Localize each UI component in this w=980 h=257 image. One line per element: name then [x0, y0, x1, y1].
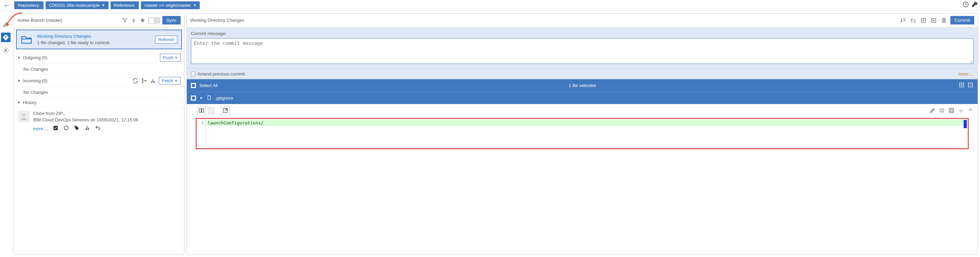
svg-point-8	[22, 114, 25, 117]
line-number: 1	[197, 119, 205, 148]
edit-icon[interactable]	[1, 20, 11, 29]
svg-rect-18	[202, 109, 204, 113]
cherry-pick-icon[interactable]	[84, 125, 90, 132]
right-panel: Working Directory Changes Commit Commit …	[186, 13, 978, 255]
stash-out-icon[interactable]	[930, 17, 937, 24]
stash-in-icon[interactable]	[920, 17, 927, 24]
topbar: ← Repository: CD0201-38a-nodesample ▼ Re…	[0, 0, 980, 11]
svg-point-7	[154, 82, 155, 82]
chevron-down-icon[interactable]: ▼	[18, 79, 21, 82]
checkbox-checked-icon[interactable]	[53, 125, 59, 132]
selected-count: 1 file selected	[569, 83, 596, 88]
right-title: Working Directory Changes	[190, 17, 897, 23]
amend-checkbox[interactable]	[191, 72, 195, 76]
compare-icon[interactable]	[939, 108, 945, 114]
stage-all-icon[interactable]	[899, 17, 907, 24]
side-by-side-icon[interactable]	[197, 107, 206, 115]
svg-rect-17	[199, 109, 201, 113]
wdc-title: Working Directory Changes	[37, 34, 150, 39]
added-line: launchConfigurations/	[205, 120, 968, 126]
git-icon[interactable]	[1, 33, 11, 42]
active-branch-label: Active Branch (master)	[18, 17, 119, 23]
working-dir-changes-card[interactable]: Working Directory Changes 1 file changed…	[16, 30, 182, 49]
tag-icon[interactable]	[74, 125, 80, 132]
chevron-down-icon[interactable]: ▼	[18, 56, 21, 59]
back-arrow-icon[interactable]: ←	[2, 1, 12, 10]
commit-dot-icon[interactable]	[130, 17, 137, 24]
rebase-icon[interactable]	[150, 78, 156, 84]
merge-icon[interactable]	[141, 78, 147, 84]
diff-minimap-cursor[interactable]	[964, 120, 967, 128]
refresh-button[interactable]: Refresh	[155, 36, 177, 43]
inline-icon[interactable]	[208, 107, 215, 114]
fetch-button[interactable]: Fetch▼	[159, 77, 181, 85]
folder-icon	[21, 35, 32, 44]
svg-point-2	[133, 19, 135, 21]
file-icon	[206, 95, 212, 101]
wrench-icon[interactable]	[971, 1, 978, 10]
file-checkbox[interactable]	[191, 95, 196, 101]
asterisk-icon[interactable]	[139, 17, 146, 24]
file-name: .gitignore	[215, 95, 233, 101]
push-button[interactable]: Push▼	[160, 54, 181, 62]
icon-rail	[0, 11, 11, 257]
ref-selector[interactable]: master => origin/master ▼	[141, 2, 200, 9]
edit-icon[interactable]	[929, 108, 935, 114]
expand-all-icon[interactable]	[959, 82, 965, 89]
svg-point-5	[145, 80, 146, 81]
select-all-checkbox[interactable]	[191, 83, 196, 88]
svg-point-22	[952, 109, 953, 110]
trash-icon[interactable]	[940, 17, 948, 24]
more-link[interactable]: more ...	[959, 71, 974, 76]
svg-rect-20	[950, 108, 953, 113]
revert-icon[interactable]	[95, 125, 101, 132]
svg-point-12	[88, 128, 89, 130]
file-row[interactable]: ▼ .gitignore	[187, 92, 978, 104]
refresh-icon[interactable]	[63, 125, 69, 132]
history-meta: IBM Cloud DevOps Services on 10/05/2021,…	[33, 117, 138, 122]
chevron-down-icon[interactable]: ▼	[18, 101, 21, 105]
ignore-whitespace-icon[interactable]	[948, 108, 955, 114]
svg-point-10	[76, 127, 76, 127]
ref-value-text: master => origin/master	[144, 3, 191, 8]
avatar-icon	[18, 111, 30, 122]
filter-icon[interactable]	[121, 17, 128, 24]
open-file-icon[interactable]	[221, 107, 230, 115]
svg-point-21	[950, 109, 951, 110]
chevron-down-icon[interactable]: ▼	[199, 96, 203, 100]
history-entry: Clone from ZIP... IBM Cloud DevOps Servi…	[14, 108, 184, 135]
prev-diff-icon[interactable]	[967, 108, 974, 114]
commit-button[interactable]: Commit	[950, 16, 974, 24]
repo-label: Repository:	[14, 2, 43, 9]
collapse-all-icon[interactable]	[967, 82, 974, 89]
next-diff-icon[interactable]	[958, 108, 964, 114]
amend-label: Amend previous commit	[197, 71, 245, 76]
repo-selector[interactable]: CD0201-38a-nodesample ▼	[46, 2, 108, 9]
repo-value-text: CD0201-38a-nodesample	[49, 3, 100, 8]
ref-label: Reference:	[111, 2, 139, 9]
clock-icon[interactable]	[962, 1, 969, 10]
unstage-all-icon[interactable]	[910, 17, 917, 24]
select-all-label: Select All	[199, 83, 218, 88]
svg-point-23	[950, 111, 951, 112]
gear-icon[interactable]	[1, 46, 11, 55]
incoming-no-changes: No Changes	[14, 87, 184, 98]
outgoing-label: Outgoing (0)	[23, 55, 158, 60]
more-link[interactable]: more ...	[33, 126, 48, 131]
code-area[interactable]: launchConfigurations/	[205, 119, 968, 148]
svg-point-24	[952, 111, 953, 112]
history-title: Clone from ZIP...	[33, 111, 138, 116]
svg-point-6	[151, 82, 153, 82]
toggle-switch[interactable]	[148, 17, 160, 24]
svg-point-4	[142, 82, 143, 83]
svg-point-3	[142, 79, 143, 79]
sync-button[interactable]: Sync	[162, 16, 181, 24]
caret-down-icon: ▼	[193, 3, 196, 7]
wdc-status: 1 file changed. 1 file ready to commit.	[37, 40, 110, 45]
commit-msg-input[interactable]	[191, 38, 974, 64]
svg-point-11	[86, 128, 87, 130]
sync-icon[interactable]	[132, 78, 138, 84]
incoming-label: Incoming (0)	[23, 78, 130, 83]
svg-point-1	[5, 50, 6, 51]
diff-viewer: 1 launchConfigurations/	[196, 118, 969, 149]
